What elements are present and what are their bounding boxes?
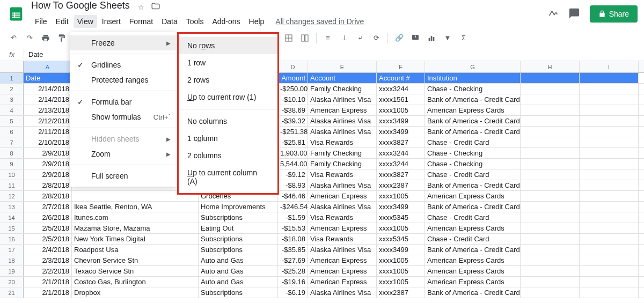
cell[interactable]: 2/12/2018: [24, 116, 72, 126]
cell[interactable]: Chase - Checking: [425, 148, 521, 158]
freeze-no-columns[interactable]: No columns: [179, 113, 277, 130]
cell[interactable]: [580, 266, 639, 276]
cell[interactable]: American Express: [308, 223, 377, 233]
menu-edit[interactable]: Edit: [52, 15, 72, 28]
cell[interactable]: Chase - Credit Card: [425, 169, 521, 180]
cell[interactable]: Bank of America - Credit Card: [425, 127, 521, 137]
menu-insert[interactable]: Insert: [98, 15, 125, 28]
cell[interactable]: xxxx1005: [377, 105, 425, 115]
cell[interactable]: xxxx3244: [377, 148, 425, 158]
cell[interactable]: -$8.93: [278, 180, 308, 190]
cell[interactable]: [580, 94, 639, 105]
row-number[interactable]: 14: [0, 212, 24, 223]
cell[interactable]: xxxx5345: [377, 212, 425, 223]
cell[interactable]: 2/8/2018: [24, 180, 72, 190]
cell[interactable]: 5,544.00: [278, 159, 308, 169]
col-header-F[interactable]: F: [377, 61, 425, 72]
horizontal-align-button[interactable]: ≡: [321, 31, 335, 45]
insert-comment-button[interactable]: [408, 31, 422, 45]
cell[interactable]: Costco Gas, Burlington: [72, 277, 199, 287]
cell[interactable]: xxxx3827: [377, 169, 425, 180]
cell[interactable]: [521, 148, 580, 158]
cell[interactable]: 2/4/2018: [24, 245, 72, 255]
row-number[interactable]: 21: [0, 287, 24, 298]
cell[interactable]: Ikea Seattle, Renton, WA: [72, 202, 199, 212]
cell[interactable]: Date: [24, 73, 72, 83]
col-header-A[interactable]: A: [24, 61, 72, 72]
cell[interactable]: 2/13/2018: [24, 105, 72, 115]
row-number[interactable]: 15: [0, 223, 24, 233]
cell[interactable]: 1,903.00: [278, 148, 308, 158]
cell[interactable]: New York Times Digital: [72, 234, 199, 244]
cell[interactable]: Subscriptions: [199, 212, 278, 223]
cell[interactable]: -$25.81: [278, 137, 308, 147]
cell[interactable]: Bank of America - Credit Card: [425, 202, 521, 212]
paint-format-button[interactable]: [55, 31, 69, 45]
cell[interactable]: [580, 212, 639, 223]
cell[interactable]: Subscriptions: [199, 245, 278, 255]
cell[interactable]: American Express Cards: [425, 191, 521, 201]
cell[interactable]: [521, 105, 580, 115]
cell[interactable]: [521, 127, 580, 137]
cell[interactable]: Bank of America - Credit Card: [425, 287, 521, 298]
cell[interactable]: xxxx3499: [377, 202, 425, 212]
cell[interactable]: 2/14/2018: [24, 94, 72, 105]
cell[interactable]: Visa Rewards: [308, 137, 377, 147]
cell[interactable]: [580, 255, 639, 265]
menu-tools[interactable]: Tools: [182, 15, 208, 28]
menu-data[interactable]: Data: [158, 15, 181, 28]
cell[interactable]: [521, 180, 580, 190]
cell[interactable]: Account #: [377, 73, 425, 83]
row-number[interactable]: 9: [0, 159, 24, 169]
cell[interactable]: [580, 234, 639, 244]
cell[interactable]: American Express Cards: [425, 277, 521, 287]
cell[interactable]: Home Improvements: [199, 202, 278, 212]
menu-addons[interactable]: Add-ons: [208, 15, 244, 28]
row-number[interactable]: 18: [0, 255, 24, 265]
cell[interactable]: American Express Cards: [425, 266, 521, 276]
freeze-2-rows[interactable]: 2 rows: [179, 71, 277, 88]
cell[interactable]: Visa Rewards: [308, 169, 377, 180]
select-all-corner[interactable]: [0, 61, 24, 72]
cell[interactable]: xxxx3827: [377, 137, 425, 147]
menu-format[interactable]: Format: [126, 15, 157, 28]
cell[interactable]: American Express: [308, 105, 377, 115]
cell[interactable]: [521, 266, 580, 276]
cell[interactable]: [580, 137, 639, 147]
cell[interactable]: Family Checking: [308, 159, 377, 169]
text-rotation-button[interactable]: ⟳: [369, 31, 383, 45]
view-gridlines[interactable]: ✓Gridlines: [70, 57, 177, 72]
cell[interactable]: [580, 105, 639, 115]
view-formula-bar[interactable]: ✓Formula bar: [70, 94, 177, 109]
row-number[interactable]: 4: [0, 105, 24, 115]
cell[interactable]: 2/8/2018: [24, 191, 72, 201]
row-number[interactable]: 16: [0, 234, 24, 244]
freeze-2-columns[interactable]: 2 columns: [179, 147, 277, 164]
menu-file[interactable]: File: [31, 15, 51, 28]
row-number[interactable]: 20: [0, 277, 24, 287]
cell[interactable]: [580, 159, 639, 169]
cell[interactable]: -$27.69: [278, 255, 308, 265]
cell[interactable]: -$18.08: [278, 234, 308, 244]
cell[interactable]: 2/14/2018: [24, 84, 72, 94]
row-number[interactable]: 7: [0, 137, 24, 147]
cell[interactable]: xxxx3499: [377, 245, 425, 255]
share-button[interactable]: Share: [590, 5, 638, 23]
cell[interactable]: Chase - Credit Card: [425, 234, 521, 244]
view-freeze[interactable]: Freeze▶: [70, 35, 177, 50]
cell[interactable]: -$15.53: [278, 223, 308, 233]
cell[interactable]: [521, 255, 580, 265]
cell[interactable]: 2/2/2018: [24, 266, 72, 276]
cell[interactable]: [521, 94, 580, 105]
cell[interactable]: 2/9/2018: [24, 148, 72, 158]
cell[interactable]: Family Checking: [308, 148, 377, 158]
cell[interactable]: [580, 148, 639, 158]
activity-icon[interactable]: [548, 8, 559, 20]
cell[interactable]: American Express Cards: [425, 223, 521, 233]
cell[interactable]: xxxx5345: [377, 234, 425, 244]
cell[interactable]: [521, 159, 580, 169]
cell[interactable]: Auto and Gas: [199, 266, 278, 276]
cell[interactable]: 2/9/2018: [24, 159, 72, 169]
cell[interactable]: [521, 223, 580, 233]
save-status[interactable]: All changes saved in Drive: [275, 15, 364, 28]
